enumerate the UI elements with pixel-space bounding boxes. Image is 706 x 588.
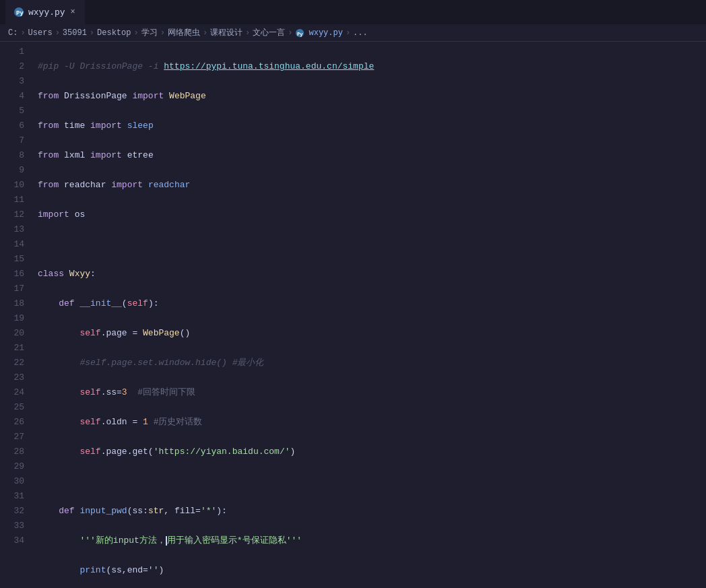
code-line-17: '''新的input方法，用于输入密码显示*号保证隐私''' xyxy=(38,533,706,548)
code-line-15 xyxy=(38,474,706,489)
code-line-2: from DrissionPage import WebPage xyxy=(38,89,706,104)
breadcrumb-desktop: Desktop xyxy=(97,28,131,38)
line-numbers: 1 2 3 4 5 6 7 8 9 10 11 12 13 14 15 16 1… xyxy=(0,42,32,587)
code-line-1: #pip -U DrissionPage -i https://pypi.tun… xyxy=(38,59,706,74)
editor: 1 2 3 4 5 6 7 8 9 10 11 12 13 14 15 16 1… xyxy=(0,42,706,587)
breadcrumb-users: Users xyxy=(28,28,53,38)
breadcrumb-ellipsis: ... xyxy=(353,28,368,38)
tab-close-button[interactable]: × xyxy=(69,6,77,18)
python-icon: Py xyxy=(13,7,24,18)
code-line-18: print(ss,end='') xyxy=(38,563,706,578)
code-line-11: #self.page.set.window.hide() #最小化 xyxy=(38,356,706,370)
code-line-6: import os xyxy=(38,207,706,222)
code-line-13: self.oldn = 1 #历史对话数 xyxy=(38,415,706,430)
svg-text:Py: Py xyxy=(16,10,24,17)
code-line-9: def __init__(self): xyxy=(38,296,706,311)
svg-text:Py: Py xyxy=(298,31,304,36)
breadcrumb-study: 学习 xyxy=(141,27,158,38)
code-line-8: class Wxyy: xyxy=(38,267,706,282)
file-tab[interactable]: Py wxyy.py × xyxy=(5,0,85,24)
code-line-4: from lxml import etree xyxy=(38,148,706,163)
breadcrumb-crawler: 网络爬虫 xyxy=(168,27,200,38)
breadcrumb: C: › Users › 35091 › Desktop › 学习 › 网络爬虫… xyxy=(0,24,706,42)
code-line-14: self.page.get('https://yiyan.baidu.com/'… xyxy=(38,445,706,459)
code-line-7 xyxy=(38,237,706,252)
code-line-10: self.page = WebPage() xyxy=(38,326,706,341)
code-line-12: self.ss=3 #回答时间下限 xyxy=(38,385,706,400)
breadcrumb-file: wxyy.py xyxy=(309,28,342,38)
breadcrumb-c: C: xyxy=(8,28,18,38)
title-bar: Py wxyy.py × xyxy=(0,0,706,24)
breadcrumb-course: 课程设计 xyxy=(210,27,243,38)
code-line-3: from time import sleep xyxy=(38,119,706,133)
breadcrumb-wenxin: 文心一言 xyxy=(253,27,285,38)
python-crumb-icon: Py xyxy=(295,28,304,38)
tab-filename: wxyy.py xyxy=(28,7,65,18)
code-editor[interactable]: #pip -U DrissionPage -i https://pypi.tun… xyxy=(32,42,706,587)
code-line-5: from readchar import readchar xyxy=(38,178,706,193)
code-line-16: def input_pwd(ss:str, fill='*'): xyxy=(38,504,706,519)
breadcrumb-35091: 35091 xyxy=(63,28,87,38)
